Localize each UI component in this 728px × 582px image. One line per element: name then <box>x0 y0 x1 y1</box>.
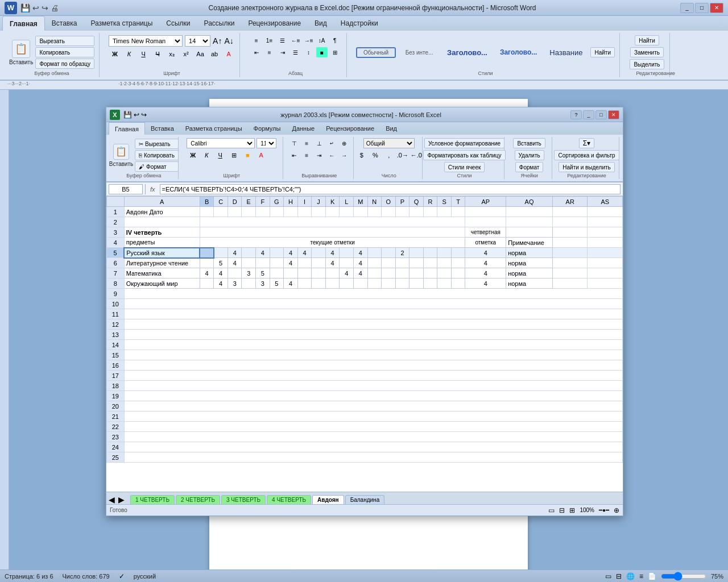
close-button[interactable]: ✕ <box>710 3 723 13</box>
cell-r5[interactable] <box>423 248 437 258</box>
excel-left-align-button[interactable]: ⇤ <box>288 150 300 160</box>
copy-button[interactable]: Копировать <box>35 47 94 57</box>
col-header-q[interactable]: Q <box>410 197 424 207</box>
font-name-select[interactable]: Times New Roman <box>109 35 183 47</box>
cell-j5[interactable] <box>312 248 326 258</box>
excel-view-normal-button[interactable]: ▭ <box>548 506 555 514</box>
cell-c1[interactable] <box>214 207 228 217</box>
cell-c6[interactable]: 5 <box>214 258 228 268</box>
col-header-i[interactable]: I <box>297 197 312 207</box>
excel-fill-button[interactable]: ■ <box>241 150 254 160</box>
cell-ap2[interactable] <box>465 217 506 227</box>
align-center-button[interactable]: ≡ <box>264 47 275 57</box>
style-heading1[interactable]: Заголово... <box>442 46 492 59</box>
cell-m7[interactable]: 4 <box>353 268 367 278</box>
cell-a2[interactable] <box>124 217 200 227</box>
excel-currency-button[interactable]: $ <box>355 150 368 160</box>
cell-c5[interactable] <box>214 248 228 258</box>
subscript-button[interactable]: x₂ <box>166 49 178 59</box>
format-as-table-button[interactable]: Форматировать как таблицу <box>423 150 505 160</box>
style-heading2[interactable]: Заголово... <box>495 46 541 59</box>
tab-insert[interactable]: Вставка <box>45 16 84 31</box>
cell-as7[interactable] <box>588 268 623 278</box>
cell-ap1[interactable] <box>465 207 506 217</box>
cell-q5[interactable] <box>410 248 424 258</box>
cell-ap8[interactable]: 4 <box>465 278 506 289</box>
cell-t1[interactable] <box>451 207 465 217</box>
excel-redo-icon[interactable]: ↪ <box>141 111 147 119</box>
cell-as3[interactable] <box>588 227 623 238</box>
cell-e1[interactable] <box>242 207 256 217</box>
col-header-g[interactable]: G <box>270 197 284 207</box>
undo-icon[interactable]: ↩ <box>32 3 39 13</box>
cell-a3[interactable]: IV четверть <box>124 227 200 238</box>
cell-ar2[interactable] <box>553 217 588 227</box>
sheet-tab-avdoyan[interactable]: Авдоян <box>312 495 344 504</box>
cell-aq3[interactable] <box>506 227 553 238</box>
cell-n6[interactable] <box>367 258 382 268</box>
bold-button[interactable]: Ж <box>109 49 121 59</box>
cell-ap6[interactable]: 4 <box>465 258 506 268</box>
excel-middle-align-button[interactable]: ≡ <box>301 138 312 148</box>
style-no-spacing[interactable]: Без инте... <box>399 47 439 58</box>
cell-t7[interactable] <box>451 268 465 278</box>
excel-increase-decimal-button[interactable]: .0→ <box>396 150 409 160</box>
cell-c7[interactable]: 4 <box>214 268 228 278</box>
view-print-button[interactable]: ▭ <box>605 572 611 580</box>
cell-c8[interactable]: 4 <box>214 278 228 289</box>
cell-ar6[interactable] <box>553 258 588 268</box>
cell-a7[interactable]: Математика <box>124 268 200 278</box>
cell-m6[interactable]: 4 <box>353 258 367 268</box>
excel-help-button[interactable]: ? <box>570 110 582 119</box>
multilevel-list-button[interactable]: ☰ <box>277 35 288 45</box>
cell-n7[interactable] <box>367 268 382 278</box>
cell-aq6[interactable]: норма <box>506 258 553 268</box>
restore-button[interactable]: □ <box>695 3 709 13</box>
cell-h6[interactable]: 4 <box>284 258 298 268</box>
sheet-nav-next-button[interactable]: ▶ <box>118 495 125 504</box>
excel-sum-button[interactable]: Σ▾ <box>579 138 594 148</box>
excel-increase-indent-button[interactable]: → <box>338 150 350 160</box>
increase-indent-button[interactable]: →≡ <box>303 35 315 45</box>
excel-thousands-button[interactable]: , <box>383 150 395 160</box>
cell-j7[interactable] <box>312 268 326 278</box>
cell-r6[interactable] <box>423 258 437 268</box>
cell-ar3[interactable] <box>553 227 588 238</box>
cell-b1[interactable] <box>200 207 214 217</box>
cell-i5[interactable]: 4 <box>297 248 312 258</box>
cell-r1[interactable] <box>423 207 437 217</box>
col-header-j[interactable]: J <box>312 197 326 207</box>
increase-font-button[interactable]: A↑ <box>213 36 222 45</box>
cell-h5[interactable]: 4 <box>284 248 298 258</box>
col-header-b[interactable]: B <box>200 197 214 207</box>
align-left-button[interactable]: ⇤ <box>251 47 262 57</box>
cell-as4[interactable] <box>588 238 623 248</box>
cell-n8[interactable] <box>367 278 382 289</box>
highlight-button[interactable]: ab <box>208 49 221 59</box>
save-icon[interactable]: 💾 <box>20 3 30 13</box>
excel-decrease-indent-button[interactable]: ← <box>326 150 337 160</box>
sheet-tab-q1[interactable]: 1 ЧЕТВЕРТЬ <box>130 495 175 504</box>
excel-font-color-button[interactable]: А <box>255 150 267 160</box>
tab-home[interactable]: Главная <box>2 16 45 31</box>
col-header-as[interactable]: AS <box>588 197 623 207</box>
col-header-r[interactable]: R <box>423 197 437 207</box>
cell-k6[interactable]: 4 <box>325 258 340 268</box>
view-fullscreen-button[interactable]: ⊟ <box>616 572 622 580</box>
excel-zoom-slider[interactable]: ━●━ <box>599 507 609 513</box>
cell-s6[interactable] <box>437 258 452 268</box>
cell-g6[interactable] <box>270 258 284 268</box>
cell-n1[interactable] <box>367 207 382 217</box>
cell-q8[interactable] <box>410 278 424 289</box>
cell-p8[interactable] <box>395 278 410 289</box>
decrease-font-button[interactable]: A↓ <box>224 36 233 45</box>
tab-mailings[interactable]: Рассылки <box>197 16 242 31</box>
zoom-slider[interactable] <box>661 572 706 580</box>
sheet-tab-q3[interactable]: 3 ЧЕТВЕРТЬ <box>221 495 266 504</box>
cell-f8[interactable]: 3 <box>256 278 270 289</box>
excel-close-button[interactable]: ✕ <box>608 110 619 119</box>
excel-tab-review[interactable]: Рецензирование <box>320 122 380 135</box>
cell-f7[interactable]: 5 <box>256 268 270 278</box>
cell-as6[interactable] <box>588 258 623 268</box>
cell-aq1[interactable] <box>506 207 553 217</box>
